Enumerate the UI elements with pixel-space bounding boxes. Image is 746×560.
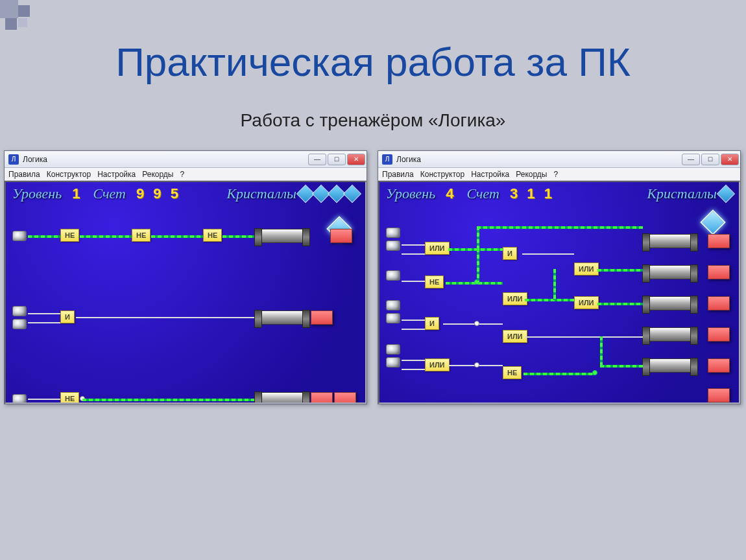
minimize-button[interactable] [308,154,326,165]
target [708,327,730,342]
menu-item[interactable]: Конструктор [420,170,464,179]
gate-or[interactable]: ИЛИ [503,292,527,305]
titlebar[interactable]: Л Логика [5,151,367,168]
app-icon: Л [382,154,392,165]
window-title: Логика [396,155,421,164]
gate-or[interactable]: ИЛИ [425,242,450,255]
menu-item[interactable]: Рекорды [516,170,547,179]
target [708,358,730,373]
game-area-right[interactable]: Уровень 4 Счет 3 1 1 Кристаллы [378,181,740,404]
big-crystal[interactable] [700,209,726,235]
target [311,310,333,325]
barrel[interactable] [645,234,695,248]
score-label: Счет [93,185,126,202]
crystal-icon [717,185,735,203]
input-switch[interactable] [386,344,400,368]
window-right: Л Логика Правила Конструктор Настройка Р… [378,150,741,404]
app-icon: Л [8,154,19,165]
slide-corner-deco [0,0,39,39]
window-left: Л Логика Правила Конструктор Настройка Р… [4,150,367,404]
barrel[interactable] [645,265,695,279]
maximize-button[interactable] [701,154,719,165]
gate-not[interactable]: НЕ [503,366,522,379]
gate-and[interactable]: И [60,310,75,323]
input-switch[interactable] [12,394,27,404]
level-value: 1 [72,185,82,202]
minimize-button[interactable] [682,154,700,165]
target [708,388,730,402]
menu-item[interactable]: Рекорды [142,170,173,179]
score-value: 3 1 1 [510,185,555,202]
target [334,392,356,404]
gate-or[interactable]: ИЛИ [574,296,599,309]
level-label: Уровень [386,185,435,202]
gate-and[interactable]: И [425,317,439,330]
menu-item[interactable]: ? [180,170,184,179]
gate-and[interactable]: И [503,247,517,260]
close-button[interactable] [347,154,365,165]
menu-item[interactable]: Конструктор [47,170,91,179]
menu-item[interactable]: Настройка [471,170,509,179]
input-switch[interactable] [12,306,27,329]
barrel[interactable] [258,229,307,243]
crystal-icon [343,185,361,203]
barrel[interactable] [258,310,307,325]
input-switch[interactable] [386,300,400,323]
close-button[interactable] [721,154,739,165]
gate-or[interactable]: ИЛИ [574,262,599,275]
barrel[interactable] [645,296,695,310]
game-area-left[interactable]: Уровень 1 Счет 9 9 5 Кристаллы [5,181,367,404]
score-label: Счет [466,185,499,202]
gate-not[interactable]: НЕ [425,275,444,288]
target [311,392,333,404]
gate-or[interactable]: ИЛИ [425,358,450,371]
menubar: Правила Конструктор Настройка Рекорды ? [5,168,367,181]
gate-or[interactable]: ИЛИ [503,330,527,343]
input-switch[interactable] [386,228,400,251]
gate-not[interactable]: НЕ [132,229,150,242]
status-row: Уровень 1 Счет 9 9 5 Кристаллы [6,182,365,205]
crystals-label: Кристаллы [226,185,296,202]
maximize-button[interactable] [328,154,346,165]
gate-not[interactable]: НЕ [203,229,222,242]
target [708,265,730,279]
barrel[interactable] [258,392,307,404]
score-value: 9 9 5 [136,185,181,202]
target [708,234,730,248]
titlebar[interactable]: Л Логика [378,151,740,168]
slide-subtitle: Работа с тренажёром «Логика» [0,110,746,131]
menu-item[interactable]: Правила [382,170,414,179]
status-row: Уровень 4 Счет 3 1 1 Кристаллы [379,182,739,205]
menu-item[interactable]: Настройка [97,170,136,179]
menu-item[interactable]: Правила [8,170,40,179]
slide-title: Практическая работа за ПК [0,39,746,85]
level-value: 4 [446,185,456,202]
input-switch[interactable] [12,231,27,241]
crystals-label: Кристаллы [647,185,717,202]
level-label: Уровень [12,185,62,202]
target [708,296,730,310]
gate-not[interactable]: НЕ [60,229,79,242]
window-title: Логика [23,155,47,164]
barrel[interactable] [645,327,695,342]
menu-item[interactable]: ? [553,170,558,179]
input-switch[interactable] [386,270,400,281]
gate-not[interactable]: НЕ [60,392,79,404]
menubar: Правила Конструктор Настройка Рекорды ? [378,168,740,181]
barrel[interactable] [645,358,695,373]
target [330,229,352,243]
